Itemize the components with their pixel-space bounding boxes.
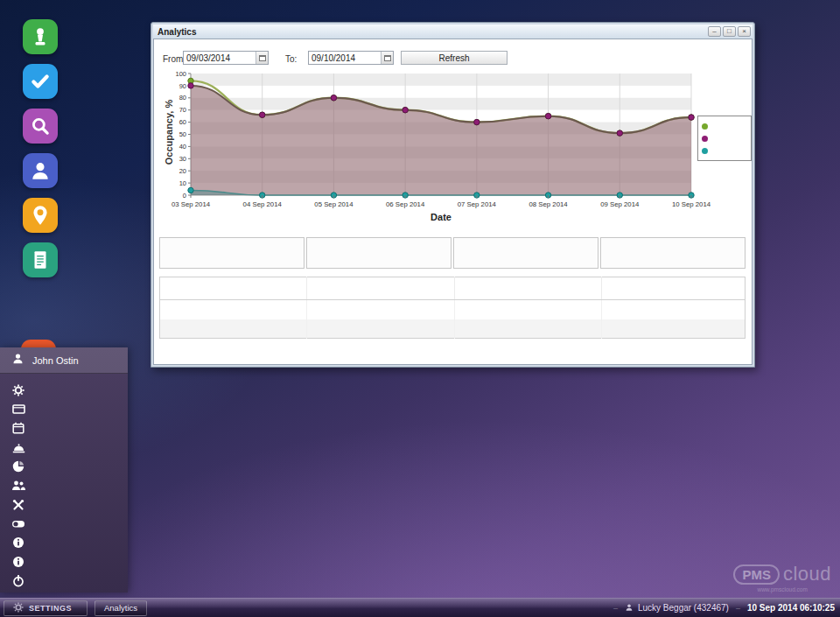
chart-legend: [697, 116, 752, 161]
cloche-icon: [11, 441, 25, 454]
taskbar: SETTINGS Analytics – Lucky Beggar (43246…: [0, 598, 840, 617]
info-icon: [11, 556, 25, 569]
refresh-button[interactable]: Refresh: [401, 51, 508, 65]
person-icon: [23, 153, 58, 188]
window-titlebar[interactable]: Analytics – □ ×: [153, 25, 752, 39]
settings-button-label: SETTINGS: [29, 604, 72, 613]
to-label: To:: [285, 54, 297, 64]
menu-item-users-and-roles[interactable]: [0, 476, 128, 495]
calendar-icon: [259, 55, 266, 61]
pie-chart-icon: [11, 460, 25, 473]
svg-text:04 Sep 2014: 04 Sep 2014: [243, 200, 283, 208]
info-icon: [11, 536, 25, 550]
menu-item-logout[interactable]: [0, 571, 128, 591]
svg-text:10: 10: [179, 179, 186, 187]
to-calendar-button[interactable]: [381, 52, 393, 64]
svg-text:08 Sep 2014: 08 Sep 2014: [528, 200, 568, 208]
menu-item-services[interactable]: [0, 438, 128, 457]
svg-text:20: 20: [179, 167, 186, 175]
to-date-input[interactable]: [309, 52, 381, 64]
stat-box-1: [306, 237, 452, 269]
desktop-icon-companies[interactable]: [0, 198, 80, 235]
col-header-sum: [602, 277, 746, 300]
stat-box-2: [453, 237, 598, 269]
menu-item-room-rates[interactable]: [0, 419, 128, 438]
minimize-button[interactable]: –: [708, 26, 721, 37]
from-datebox: [183, 51, 269, 65]
table-cell: [455, 319, 602, 339]
menu-user-row[interactable]: John Ostin: [0, 347, 128, 374]
svg-text:40: 40: [179, 143, 186, 151]
menu-item-about[interactable]: [0, 533, 128, 552]
source-table: [159, 277, 746, 339]
gear-icon: [13, 600, 24, 616]
pin-icon: [23, 198, 58, 233]
desktop-icon-clients[interactable]: [0, 153, 80, 191]
desktop-icon-console[interactable]: [0, 64, 80, 102]
menu-item-analytics[interactable]: [0, 457, 128, 476]
table-row[interactable]: [160, 319, 746, 339]
desktop-icon-bills[interactable]: [0, 242, 80, 280]
menu-item-rooms-and-room-types[interactable]: [0, 400, 128, 419]
logo-url: www.pmscloud.com: [733, 586, 831, 592]
menu-items: [0, 374, 128, 591]
legend-item: [702, 132, 747, 144]
menu-item-technical-support[interactable]: [0, 495, 128, 515]
table-row[interactable]: [160, 300, 746, 319]
analytics-task-button[interactable]: Analytics: [94, 600, 147, 616]
table-cell: [160, 319, 307, 339]
col-header-percent: [306, 277, 455, 300]
users-icon: [11, 479, 25, 492]
svg-text:06 Sep 2014: 06 Sep 2014: [386, 200, 425, 208]
svg-text:60: 60: [179, 118, 186, 126]
tray-separator: –: [613, 604, 618, 613]
legend-marker-icon: [702, 136, 708, 142]
occupancy-chart: 010203040506070809010003 Sep 201404 Sep …: [172, 69, 740, 231]
pms-cloud-logo: PMS cloud www.pmscloud.com: [733, 563, 831, 592]
menu-item-hotel-settings[interactable]: [0, 381, 128, 400]
tools-icon: [11, 498, 25, 511]
legend-item: [702, 120, 747, 132]
table-cell: [602, 300, 746, 319]
svg-text:30: 30: [179, 155, 186, 163]
settings-button[interactable]: SETTINGS: [4, 600, 88, 616]
document-icon: [23, 242, 58, 277]
col-header-quantity: [455, 277, 602, 300]
taskbar-user-label: Lucky Beggar (432467): [638, 603, 729, 613]
svg-text:90: 90: [179, 82, 186, 90]
stat-box-3: [600, 237, 746, 269]
analytics-task-label: Analytics: [104, 603, 137, 613]
taskbar-user[interactable]: Lucky Beggar (432467): [625, 603, 729, 613]
svg-text:80: 80: [179, 94, 186, 102]
close-button[interactable]: ×: [738, 26, 751, 37]
desktop-background: John Ostin Analytics – □ × From: To: Ref…: [0, 0, 840, 617]
pawn-icon: [23, 19, 58, 54]
calendar-icon: [384, 55, 391, 61]
desktop-icon-booking-search[interactable]: [0, 109, 80, 146]
svg-text:07 Sep 2014: 07 Sep 2014: [458, 200, 497, 208]
desktop-icon-front-desk[interactable]: [0, 19, 80, 57]
table-cell: [306, 300, 455, 319]
rooms-icon: [11, 403, 25, 416]
calendar-icon: [11, 422, 25, 435]
stat-box-0: [159, 237, 304, 269]
table-cell: [306, 319, 455, 339]
svg-text:0: 0: [183, 192, 186, 200]
settings-menu-panel: John Ostin: [0, 347, 128, 592]
table-cell: [455, 300, 602, 319]
maximize-button[interactable]: □: [723, 26, 736, 37]
search-icon: [23, 109, 58, 144]
analytics-window: Analytics – □ × From: To: Refresh Occupa…: [150, 22, 755, 368]
legend-item: [702, 144, 747, 157]
gear-icon: [11, 383, 25, 396]
stats-row: [159, 237, 746, 269]
menu-item-turn-notifications-on[interactable]: [0, 515, 128, 534]
from-calendar-button[interactable]: [256, 52, 268, 64]
user-avatar-icon: [11, 352, 24, 368]
taskbar-clock[interactable]: 10 Sep 2014 06:10:25: [747, 603, 835, 613]
svg-text:03 Sep 2014: 03 Sep 2014: [172, 200, 211, 208]
user-icon: [625, 603, 634, 613]
cloud-logo-text: cloud: [783, 563, 831, 585]
menu-item-payment-information[interactable]: [0, 552, 128, 571]
from-date-input[interactable]: [184, 52, 256, 64]
